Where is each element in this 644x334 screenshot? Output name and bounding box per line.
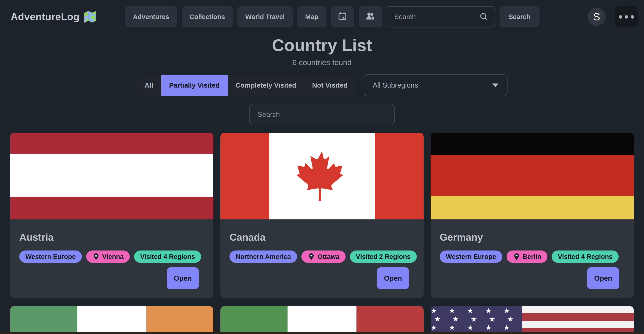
avatar[interactable]: S — [588, 8, 606, 26]
map-pin-icon: ★ — [92, 253, 100, 260]
chevron-down-icon — [492, 84, 498, 87]
country-search-input[interactable] — [250, 104, 394, 125]
country-grid: Austria Western Europe ★ Vienna Visited … — [0, 133, 644, 334]
tab-partially-visited[interactable]: Partially Visited — [161, 75, 228, 96]
list-search-row — [0, 104, 644, 125]
region-badge: Western Europe — [19, 250, 82, 263]
flag-ireland — [10, 306, 214, 334]
navbar: AdventureLog Adventures Collections Worl… — [0, 0, 644, 34]
avatar-initial: S — [593, 11, 600, 23]
map-pin-icon: ★ — [308, 253, 315, 260]
capital-badge: ★ Berlin — [506, 250, 548, 263]
country-card-united-states: ★ ★ ★ ★ ★ ★★ ★ ★ ★ ★★ ★ ★ ★ ★ ★★ ★ ★ ★ ★… — [430, 306, 634, 334]
overflow-menu-button[interactable] — [615, 6, 638, 28]
capital-badge: ★ Vienna — [86, 250, 130, 263]
flag-italy — [220, 306, 424, 334]
users-button[interactable] — [359, 6, 382, 28]
page-title: Country List — [0, 35, 644, 55]
country-name: Canada — [230, 232, 414, 243]
calendar-icon — [337, 11, 348, 23]
svg-text:★: ★ — [95, 254, 97, 257]
svg-text:★: ★ — [515, 254, 518, 257]
country-card-ireland — [10, 306, 214, 334]
country-card-germany: Germany Western Europe ★ Berlin Visited … — [430, 133, 634, 298]
country-card-italy — [220, 306, 424, 334]
badge-row: Western Europe ★ Vienna Visited 4 Region… — [19, 250, 204, 263]
country-card-austria: Austria Western Europe ★ Vienna Visited … — [10, 133, 214, 298]
map-logo-icon — [83, 10, 97, 24]
usa-canton: ★ ★ ★ ★ ★ ★★ ★ ★ ★ ★★ ★ ★ ★ ★ ★★ ★ ★ ★ ★… — [430, 306, 522, 334]
country-name: Germany — [440, 232, 625, 243]
window-bottom-edge — [0, 332, 644, 334]
primary-nav: Adventures Collections World Travel Map — [125, 6, 382, 28]
users-icon — [365, 11, 376, 23]
navbar-search-input[interactable] — [387, 6, 495, 28]
flag-germany — [430, 133, 634, 219]
calendar-button[interactable] — [331, 6, 354, 28]
navbar-right: S — [588, 6, 638, 28]
ellipsis-icon — [619, 15, 622, 19]
nav-world-travel[interactable]: World Travel — [238, 6, 293, 28]
nav-map[interactable]: Map — [297, 6, 326, 28]
app-title: AdventureLog — [11, 11, 80, 23]
tab-all[interactable]: All — [136, 75, 161, 96]
visited-regions-badge: Visited 4 Regions — [552, 250, 618, 263]
search-icon — [479, 12, 489, 22]
region-badge: Northern America — [230, 250, 297, 263]
country-name: Austria — [19, 232, 204, 243]
app-logo[interactable]: AdventureLog — [11, 10, 97, 24]
results-count: 6 countries found — [0, 58, 644, 67]
filter-row: All Partially Visited Completely Visited… — [0, 74, 644, 96]
tab-completely-visited[interactable]: Completely Visited — [228, 75, 304, 96]
tab-not-visited[interactable]: Not Visited — [304, 75, 355, 96]
flag-austria — [10, 133, 214, 219]
navbar-search-button[interactable]: Search — [500, 6, 540, 28]
capital-badge: ★ Ottawa — [301, 250, 346, 263]
badge-row: Western Europe ★ Berlin Visited 4 Region… — [440, 250, 625, 263]
visited-regions-badge: Visited 4 Regions — [134, 250, 201, 263]
open-button[interactable]: Open — [377, 267, 409, 289]
visited-regions-badge: Visited 2 Regions — [350, 250, 417, 263]
visited-filter-tabs: All Partially Visited Completely Visited… — [136, 75, 355, 96]
subregion-selected-value: All Subregions — [373, 81, 418, 89]
region-badge: Western Europe — [440, 250, 502, 263]
map-pin-icon: ★ — [513, 253, 520, 260]
flag-united-states: ★ ★ ★ ★ ★ ★★ ★ ★ ★ ★★ ★ ★ ★ ★ ★★ ★ ★ ★ ★… — [430, 306, 634, 334]
country-card-canada: Canada Northern America ★ Ottawa Visited… — [220, 133, 424, 298]
nav-collections[interactable]: Collections — [182, 6, 233, 28]
navbar-search — [387, 6, 495, 28]
svg-text:★: ★ — [310, 254, 312, 257]
flag-canada — [220, 133, 424, 219]
open-button[interactable]: Open — [167, 267, 199, 289]
badge-row: Northern America ★ Ottawa Visited 2 Regi… — [230, 250, 414, 263]
open-button[interactable]: Open — [587, 267, 619, 289]
subregion-select[interactable]: All Subregions — [364, 74, 508, 96]
nav-adventures[interactable]: Adventures — [125, 6, 177, 28]
maple-leaf-icon — [296, 149, 348, 203]
